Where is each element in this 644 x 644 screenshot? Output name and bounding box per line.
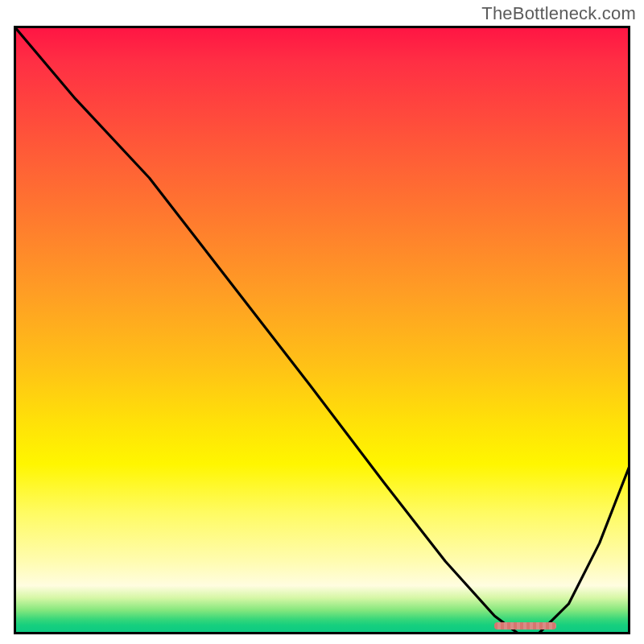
bottleneck-curve (14, 26, 630, 634)
plot-area (14, 26, 630, 634)
attribution-text: TheBottleneck.com (481, 3, 636, 24)
chart-container: TheBottleneck.com (0, 0, 644, 644)
optimal-range-marker (494, 622, 556, 630)
